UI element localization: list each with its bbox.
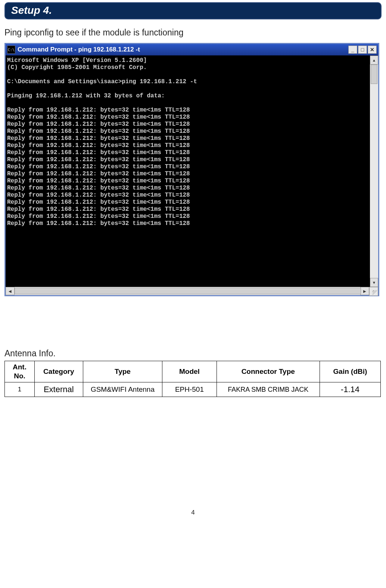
minimize-button[interactable]: _ [348,46,357,54]
vertical-scrollbar[interactable]: ▲ ▼ [370,56,378,287]
hscroll-track[interactable] [15,287,360,295]
cell-model: EPH-501 [162,382,217,397]
close-button[interactable]: ✕ [368,46,377,54]
hscroll-thumb[interactable] [15,288,361,294]
scroll-down-button[interactable]: ▼ [370,278,378,287]
window-title: Command Prompt - ping 192.168.1.212 -t [18,46,348,53]
scroll-up-button[interactable]: ▲ [370,56,378,65]
horizontal-scrollbar[interactable]: ◀ ▶ [6,287,378,295]
maximize-button[interactable]: □ [358,46,367,54]
col-category: Category [35,361,83,382]
col-gain: Gain (dBi) [320,361,380,382]
section-banner: Setup 4. [4,2,382,19]
antenna-heading: Antenna Info. [4,348,382,359]
col-type: Type [83,361,162,382]
col-ant-no: Ant.No. [5,361,35,382]
table-row: 1ExternalGSM&WIFI AntennaEPH-501FAKRA SM… [5,382,381,397]
command-prompt-window: C:\ Command Prompt - ping 192.168.1.212 … [4,43,379,296]
cell-category: External [35,382,83,397]
window-titlebar[interactable]: C:\ Command Prompt - ping 192.168.1.212 … [6,44,378,56]
cell-connector: FAKRA SMB CRIMB JACK [217,382,320,397]
scroll-left-button[interactable]: ◀ [6,287,15,295]
antenna-table: Ant.No. Category Type Model Connector Ty… [4,361,381,397]
cell-ant-no: 1 [5,382,35,397]
col-connector: Connector Type [217,361,320,382]
scroll-right-button[interactable]: ▶ [360,287,369,295]
resize-grip-icon[interactable] [369,287,378,296]
table-header-row: Ant.No. Category Type Model Connector Ty… [5,361,381,382]
page-number: 4 [4,509,382,516]
vscroll-thumb[interactable] [371,65,377,84]
cell-gain: -1.14 [320,382,380,397]
intro-text: Ping ipconfig to see if the module is fu… [4,28,382,38]
vscroll-track[interactable] [370,65,378,278]
cmd-app-icon: C:\ [7,46,15,54]
cmd-output: Microsoft Windows XP [Version 5.1.2600] … [6,56,370,287]
cell-type: GSM&WIFI Antenna [83,382,162,397]
col-model: Model [162,361,217,382]
